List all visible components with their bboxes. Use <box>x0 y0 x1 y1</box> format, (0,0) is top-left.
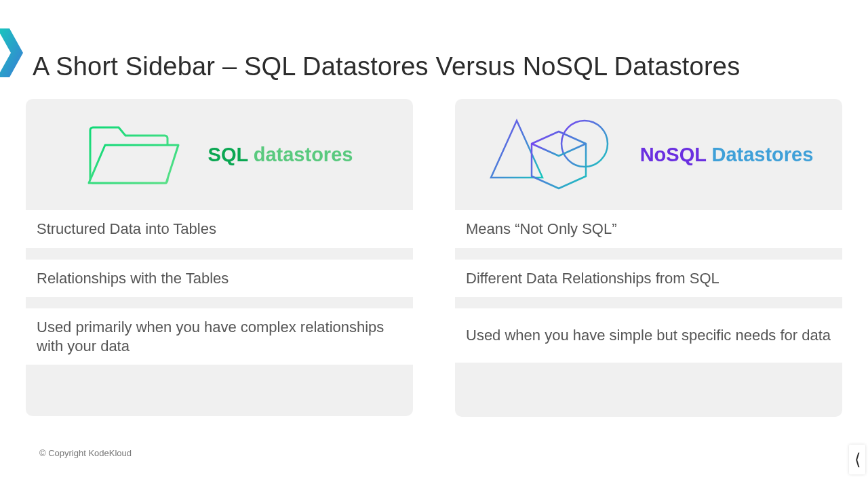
sql-filler <box>26 365 413 416</box>
divider <box>26 248 413 260</box>
sql-title-part2: datastores <box>254 144 353 165</box>
page-title: A Short Sidebar – SQL Datastores Versus … <box>33 52 740 81</box>
sql-bullet-2: Relationships with the Tables <box>26 260 413 298</box>
nosql-column: NoSQL Datastores Means “Not Only SQL” Di… <box>455 99 842 417</box>
shapes-icon <box>484 114 613 195</box>
sql-bullet-3: Used primarily when you have complex rel… <box>26 308 413 365</box>
nosql-bullet-1: Means “Not Only SQL” <box>455 210 842 248</box>
divider <box>455 297 842 308</box>
sql-bullet-1: Structured Data into Tables <box>26 210 413 248</box>
folder-icon <box>86 121 181 188</box>
divider <box>26 297 413 308</box>
svg-marker-0 <box>0 28 23 77</box>
chevron-right-icon <box>0 28 24 80</box>
sql-column: SQL datastores Structured Data into Tabl… <box>26 99 413 417</box>
nosql-filler <box>455 363 842 417</box>
copyright-footer: © Copyright KodeKloud <box>39 448 132 458</box>
slide: A Short Sidebar – SQL Datastores Versus … <box>0 0 868 488</box>
sql-card-title: SQL datastores <box>208 144 353 166</box>
nosql-card-title: NoSQL Datastores <box>640 144 814 166</box>
nosql-bullet-3: Used when you have simple but specific n… <box>455 308 842 363</box>
nosql-bullet-2: Different Data Relationships from SQL <box>455 260 842 298</box>
nosql-title-part2: Datastores <box>711 144 813 165</box>
prev-arrow-button[interactable]: ⟨ <box>849 445 865 474</box>
chevron-left-icon: ⟨ <box>854 450 861 469</box>
sql-card-header: SQL datastores <box>26 99 413 210</box>
divider <box>455 248 842 260</box>
comparison-columns: SQL datastores Structured Data into Tabl… <box>26 99 842 417</box>
sql-title-part1: SQL <box>208 144 254 165</box>
nosql-title-part1: NoSQL <box>640 144 712 165</box>
nosql-card-header: NoSQL Datastores <box>455 99 842 210</box>
